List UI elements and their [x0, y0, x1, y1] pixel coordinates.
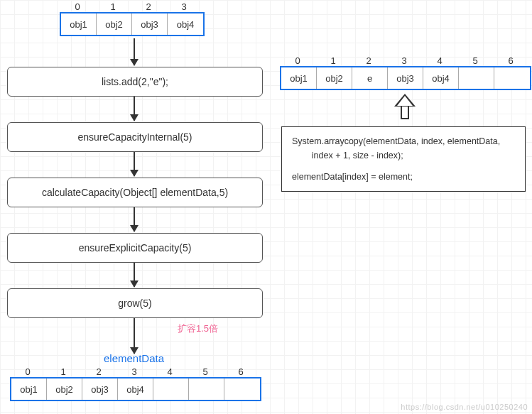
result-array-indices: 0 1 2 3 4 5 6 — [280, 55, 531, 66]
cell: obj4 — [118, 378, 153, 400]
code-line: elementData[index] = element; — [292, 170, 515, 184]
cell — [459, 67, 494, 89]
arrow-up-hollow-icon — [394, 94, 416, 119]
idx: 2 — [131, 1, 166, 12]
cell: obj4 — [168, 13, 203, 35]
result-array-cells: obj1 obj2 e obj3 obj4 — [280, 66, 531, 90]
cell: obj2 — [97, 13, 132, 35]
cell — [494, 67, 530, 89]
idx: 6 — [493, 55, 528, 66]
step-label: calculateCapacity(Object[] elementData,5… — [42, 187, 228, 198]
idx: 5 — [188, 366, 223, 377]
cell: obj2 — [47, 378, 82, 400]
initial-array-cells: obj1 obj2 obj3 obj4 — [60, 12, 205, 36]
result-array: 0 1 2 3 4 5 6 obj1 obj2 e obj3 obj4 — [280, 55, 531, 90]
step-label: ensureCapacityInternal(5) — [77, 131, 192, 143]
arrow-down-icon — [134, 152, 135, 176]
idx: 0 — [280, 55, 315, 66]
arrow-down-icon — [134, 318, 135, 354]
cell: obj1 — [61, 13, 97, 35]
cell: obj3 — [132, 13, 168, 35]
cell: obj3 — [82, 378, 118, 400]
code-line: index + 1, size - index); — [292, 148, 515, 163]
code-line — [292, 163, 515, 170]
cell: obj1 — [11, 378, 47, 400]
cell: obj1 — [281, 67, 317, 89]
idx: 3 — [116, 366, 152, 377]
grown-array-indices: 0 1 2 3 4 5 6 — [10, 366, 261, 377]
initial-array: 0 1 2 3 obj1 obj2 obj3 obj4 — [60, 1, 205, 36]
code-line: System.arraycopy(elementData, index, ele… — [292, 134, 515, 148]
cell: e — [352, 67, 388, 89]
idx: 1 — [315, 55, 351, 66]
step-label: lists.add(2,"e"); — [102, 76, 168, 87]
watermark: https://blog.csdn.net/u010250240 — [401, 403, 528, 411]
idx: 5 — [457, 55, 493, 66]
idx: 6 — [223, 366, 259, 377]
initial-array-indices: 0 1 2 3 — [60, 1, 205, 12]
step-ensure-explicit-capacity: ensureExplicitCapacity(5) — [7, 233, 263, 263]
code-explanation: System.arraycopy(elementData, index, ele… — [281, 126, 526, 192]
cell: obj3 — [388, 67, 423, 89]
idx: 1 — [95, 1, 131, 12]
cell — [153, 378, 189, 400]
step-label: ensureExplicitCapacity(5) — [79, 242, 192, 254]
cell: obj2 — [317, 67, 352, 89]
grown-array-cells: obj1 obj2 obj3 obj4 — [10, 377, 261, 401]
idx: 3 — [386, 55, 422, 66]
arrow-down-icon — [134, 97, 135, 121]
idx: 4 — [422, 55, 457, 66]
idx: 0 — [60, 1, 95, 12]
element-data-label: elementData — [104, 352, 164, 364]
grown-array: 0 1 2 3 4 5 6 obj1 obj2 obj3 obj4 — [10, 366, 261, 401]
step-label: grow(5) — [118, 298, 151, 309]
idx: 2 — [351, 55, 386, 66]
idx: 1 — [45, 366, 81, 377]
idx: 4 — [152, 366, 188, 377]
arrow-down-icon — [134, 38, 135, 65]
step-calculate-capacity: calculateCapacity(Object[] elementData,5… — [7, 178, 263, 207]
arrow-down-icon — [134, 207, 135, 231]
idx: 2 — [81, 366, 116, 377]
idx: 0 — [10, 366, 45, 377]
step-grow: grow(5) — [7, 288, 263, 318]
cell — [189, 378, 224, 400]
step-ensure-capacity-internal: ensureCapacityInternal(5) — [7, 122, 263, 152]
cell: obj4 — [423, 67, 459, 89]
idx: 3 — [166, 1, 202, 12]
arrow-down-icon — [134, 263, 135, 287]
grow-factor-note: 扩容1.5倍 — [178, 322, 218, 335]
step-add: lists.add(2,"e"); — [7, 67, 263, 97]
cell — [224, 378, 260, 400]
